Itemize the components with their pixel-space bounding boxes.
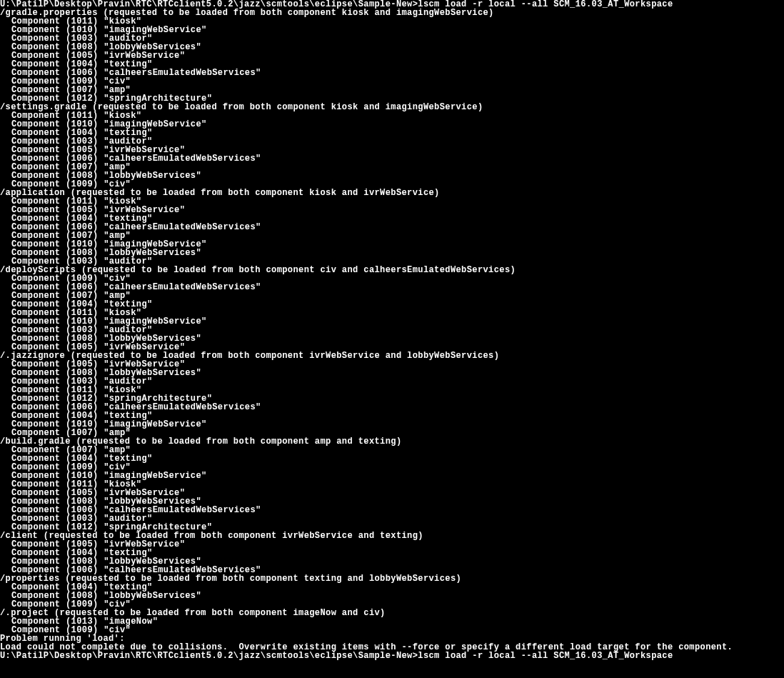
terminal-output: U:\PatilP\Desktop\Pravin\RTC\RTCclient5.… bbox=[0, 0, 784, 660]
prompt-line[interactable]: U:\PatilP\Desktop\Pravin\RTC\RTCclient5.… bbox=[0, 652, 784, 660]
